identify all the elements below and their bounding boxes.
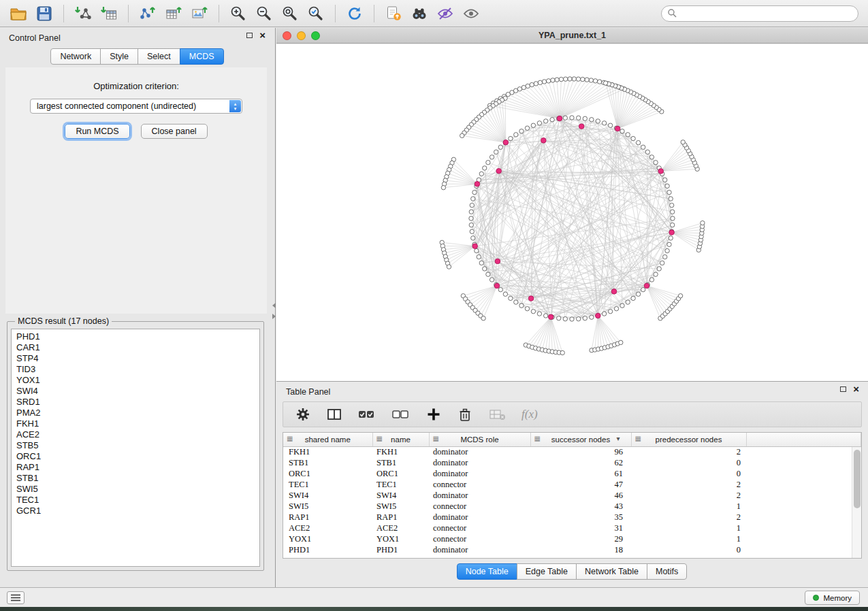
export-table-button[interactable] <box>162 3 185 24</box>
network-window-titlebar[interactable]: YPA_prune.txt_1 <box>276 28 868 44</box>
mcds-node-item[interactable]: PMA2 <box>16 408 255 418</box>
table-row[interactable]: RAP1RAP1dominator352 <box>283 512 861 523</box>
column-header-MCDS-role[interactable]: ▦MCDS role <box>429 433 530 446</box>
desktop-wallpaper-strip <box>0 607 868 611</box>
tab-node-table[interactable]: Node Table <box>457 563 517 580</box>
scrollbar-thumb[interactable] <box>854 450 861 508</box>
zoom-fit-icon <box>281 5 299 22</box>
mcds-node-item[interactable]: CAR1 <box>16 342 255 353</box>
zoom-selected-button[interactable] <box>304 3 327 24</box>
delete-table-button[interactable] <box>487 403 508 425</box>
export-image-icon <box>191 5 208 22</box>
run-mcds-button[interactable]: Run MCDS <box>65 124 129 139</box>
table-row[interactable]: PHD1PHD1dominator180 <box>283 544 861 555</box>
hide-graphics-details-button[interactable] <box>434 3 457 24</box>
export-image-button[interactable] <box>188 3 211 24</box>
table-scrollbar[interactable] <box>852 447 861 558</box>
function-builder-button[interactable]: f(x) <box>521 408 538 421</box>
mcds-node-item[interactable]: ACE2 <box>16 429 255 440</box>
panel-splitter[interactable] <box>271 303 276 319</box>
table-row[interactable]: TEC1TEC1connector472 <box>283 479 861 490</box>
zoom-fit-button[interactable] <box>278 3 302 24</box>
mcds-node-item[interactable]: YOX1 <box>16 375 255 386</box>
table-row[interactable]: SWI5SWI5connector431 <box>283 501 861 512</box>
show-graphics-details-button[interactable] <box>460 3 483 24</box>
add-column-button[interactable] <box>425 403 443 425</box>
mcds-node-item[interactable]: TID3 <box>16 364 255 375</box>
search-network-button[interactable] <box>408 3 431 24</box>
column-header-shared-name[interactable]: ▦shared name <box>283 433 372 446</box>
share-document-button[interactable] <box>382 3 405 24</box>
collapse-left-icon[interactable] <box>272 303 276 308</box>
mcds-node-item[interactable]: ORC1 <box>16 451 255 462</box>
close-panel-icon[interactable]: × <box>853 386 859 393</box>
panel-menu-button[interactable] <box>7 591 25 604</box>
column-header-predecessor-nodes[interactable]: ▦predecessor nodes <box>631 433 746 446</box>
column-header-name[interactable]: ▦name <box>372 433 429 446</box>
expand-right-icon[interactable] <box>272 314 276 319</box>
maximize-window-icon[interactable] <box>311 31 320 40</box>
save-session-button[interactable] <box>33 3 56 24</box>
table-settings-button[interactable] <box>294 403 312 425</box>
export-network-button[interactable] <box>136 3 159 24</box>
delete-column-button[interactable] <box>456 403 474 425</box>
tab-mcds[interactable]: MCDS <box>180 48 224 65</box>
select-all-button[interactable] <box>357 403 377 425</box>
column-header-successor-nodes[interactable]: ▦successor nodes▾ <box>530 433 631 446</box>
mcds-node-item[interactable]: STB1 <box>16 473 255 484</box>
table-row[interactable]: ACE2ACE2connector311 <box>283 523 861 533</box>
application-window: Control Panel × NetworkStyleSelectMCDS O… <box>0 0 868 611</box>
node-table: ▦shared name▦name▦MCDS role▦successor no… <box>283 432 862 559</box>
close-window-icon[interactable] <box>283 31 291 40</box>
mcds-node-item[interactable]: PHD1 <box>16 331 255 342</box>
table-row[interactable]: FKH1FKH1dominator962 <box>283 446 861 457</box>
table-row[interactable]: ORC1ORC1dominator610 <box>283 468 861 479</box>
float-panel-icon[interactable] <box>840 386 846 392</box>
tab-network-table[interactable]: Network Table <box>576 563 647 580</box>
mcds-node-item[interactable]: FKH1 <box>16 418 255 429</box>
tab-select[interactable]: Select <box>138 48 180 65</box>
deselect-all-checkboxes-icon <box>392 407 410 422</box>
zoom-out-button[interactable] <box>253 3 276 24</box>
mcds-node-item[interactable]: RAP1 <box>16 462 255 473</box>
deselect-all-button[interactable] <box>391 403 411 425</box>
open-session-button[interactable] <box>7 3 30 24</box>
zoom-in-button[interactable] <box>227 3 250 24</box>
table-row[interactable]: STB1STB1dominator620 <box>283 457 861 468</box>
table-header-row: ▦shared name▦name▦MCDS role▦successor no… <box>283 433 861 446</box>
close-panel-icon[interactable]: × <box>259 32 266 39</box>
mcds-node-item[interactable]: SWI4 <box>16 386 255 397</box>
import-network-button[interactable] <box>71 3 95 24</box>
mcds-node-item[interactable]: SWI5 <box>16 484 255 495</box>
mcds-node-item[interactable]: TEC1 <box>16 495 255 506</box>
memory-button[interactable]: Memory <box>805 591 860 605</box>
tab-motifs[interactable]: Motifs <box>647 563 687 580</box>
mcds-node-item[interactable]: GCR1 <box>16 506 255 516</box>
tab-edge-table[interactable]: Edge Table <box>517 563 577 580</box>
minimize-window-icon[interactable] <box>297 31 306 40</box>
refresh-view-button[interactable] <box>343 3 366 24</box>
table-row[interactable]: SWI4SWI4dominator462 <box>283 490 861 501</box>
mcds-node-item[interactable]: SRD1 <box>16 397 255 408</box>
search-field[interactable] <box>661 5 858 22</box>
optimization-select[interactable]: largest connected component (undirected)… <box>30 99 242 114</box>
table-delete-icon <box>489 407 507 422</box>
float-panel-icon[interactable] <box>246 33 253 38</box>
mcds-node-item[interactable]: STP4 <box>16 353 255 364</box>
tab-network[interactable]: Network <box>50 48 101 65</box>
trash-icon <box>457 407 472 422</box>
import-table-button[interactable] <box>97 3 120 24</box>
column-type-icon: ▦ <box>376 435 383 442</box>
close-panel-button[interactable]: Close panel <box>141 124 208 139</box>
show-columns-button[interactable] <box>325 403 343 425</box>
network-canvas[interactable] <box>276 44 868 381</box>
export-network-icon <box>139 5 157 22</box>
search-input[interactable] <box>681 9 852 18</box>
table-panel-title: Table Panel <box>286 387 330 397</box>
tab-style[interactable]: Style <box>100 48 138 65</box>
table-row[interactable]: YOX1YOX1connector291 <box>283 533 861 544</box>
column-type-icon: ▦ <box>534 435 541 442</box>
floppy-disk-icon <box>35 5 53 22</box>
toolbar-separator <box>219 5 219 22</box>
mcds-node-item[interactable]: STB5 <box>16 440 255 451</box>
